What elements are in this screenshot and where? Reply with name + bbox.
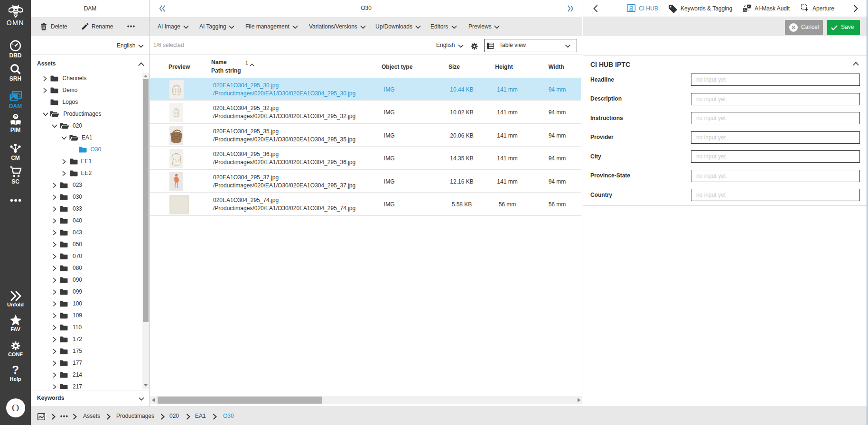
svg-text:HUB: HUB [629,9,633,11]
svg-text:CI: CI [629,5,633,9]
svg-text:P: P [14,114,17,119]
